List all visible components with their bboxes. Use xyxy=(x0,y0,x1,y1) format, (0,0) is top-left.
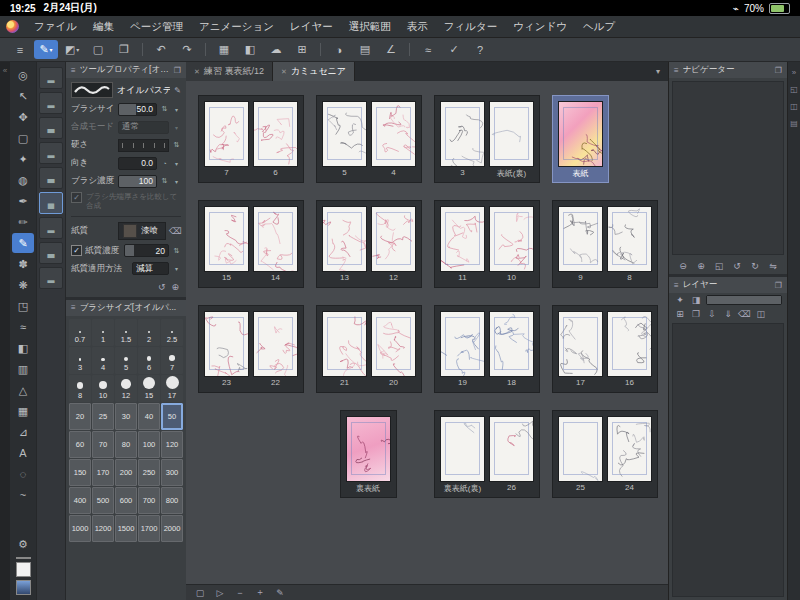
new-layer-icon[interactable]: ⊞ xyxy=(674,309,686,319)
zoom-in-icon[interactable]: ⊕ xyxy=(695,261,707,271)
texture-density-checkbox[interactable]: ✓ xyxy=(71,245,82,256)
blend-mode-select[interactable]: 通常 xyxy=(118,121,169,134)
brush-size-cell[interactable]: 600 xyxy=(115,487,137,514)
chevron-down-icon[interactable]: ▾ xyxy=(172,124,181,131)
register-brush-icon[interactable]: ✎ xyxy=(174,86,181,95)
eyedropper-tool-icon[interactable]: ◍ xyxy=(12,170,34,190)
zoom-in-icon[interactable]: ＋ xyxy=(254,586,266,599)
move-tool-icon[interactable]: ✥ xyxy=(12,107,34,127)
brush-size-cell[interactable]: 4 xyxy=(92,347,114,374)
texture-density-slider[interactable]: 20 xyxy=(124,244,169,257)
decoration-tool-icon[interactable]: ❋ xyxy=(12,275,34,295)
layer-list[interactable] xyxy=(672,323,784,597)
spread-card[interactable]: 1918 xyxy=(434,305,540,393)
snap-icon[interactable]: ∠ xyxy=(379,40,403,59)
brush-size-cell[interactable]: 60 xyxy=(69,431,91,458)
texture-apply-select[interactable]: 減算 xyxy=(132,262,169,275)
tip-blend-checkbox[interactable]: ✓ xyxy=(71,192,82,203)
selection-launcher-icon[interactable]: ▢ xyxy=(86,40,110,59)
brush-tool-icon[interactable]: ✎ xyxy=(12,233,34,253)
panel-menu-icon[interactable]: ≡ xyxy=(674,281,679,290)
blend-mode-icon[interactable]: ◨ xyxy=(690,295,702,305)
new-folder-icon[interactable]: ❐ xyxy=(690,309,702,319)
page-thumbnail[interactable] xyxy=(441,417,484,481)
page-thumbnail[interactable] xyxy=(372,102,415,166)
subtool-tile[interactable]: ▄ xyxy=(39,192,63,214)
brush-size-cell[interactable]: 20 xyxy=(69,403,91,430)
stepper-icon[interactable]: ⇅ xyxy=(172,141,181,149)
chevron-down-icon[interactable]: ▾ xyxy=(172,178,181,185)
spread-card[interactable]: 1312 xyxy=(316,200,422,288)
material-panel-icon[interactable]: ▤ xyxy=(788,119,800,128)
correct-line-tool-icon[interactable]: ~ xyxy=(12,485,34,505)
brush-size-cell[interactable]: 15 xyxy=(138,375,160,402)
navigator-preview[interactable] xyxy=(672,81,784,255)
canvas-view-icon[interactable]: ▢ xyxy=(194,588,206,598)
brush-size-cell[interactable]: 40 xyxy=(138,403,160,430)
direction-slider[interactable]: 0.0 xyxy=(118,157,157,170)
brush-size-cell[interactable]: 700 xyxy=(138,487,160,514)
menu-item[interactable]: フィルター xyxy=(436,18,505,36)
brush-size-cell[interactable]: 170 xyxy=(92,459,114,486)
brush-size-cell[interactable]: 1200 xyxy=(92,515,114,542)
merge-down-icon[interactable]: ⇓ xyxy=(722,309,734,319)
page-thumbnail[interactable] xyxy=(559,207,602,271)
brush-size-cell[interactable]: 100 xyxy=(138,431,160,458)
page-thumbnail[interactable] xyxy=(608,417,651,481)
page-thumbnail[interactable] xyxy=(323,207,366,271)
brush-size-cell[interactable]: 17 xyxy=(161,375,183,402)
brush-size-cell[interactable]: 8 xyxy=(69,375,91,402)
color-chip-icon[interactable]: ◩▾ xyxy=(60,40,84,59)
brush-size-cell[interactable]: 2000 xyxy=(161,515,183,542)
figure-tool-icon[interactable]: △ xyxy=(12,380,34,400)
subtool-tile[interactable]: ▂ xyxy=(39,67,63,89)
panel-menu-icon[interactable]: ≡ xyxy=(71,303,76,312)
brush-size-cell[interactable]: 250 xyxy=(138,459,160,486)
hardness-slider[interactable] xyxy=(118,139,169,152)
page-thumbnail[interactable] xyxy=(347,417,390,481)
chevron-down-icon[interactable]: ▾ xyxy=(648,62,668,81)
panel-menu-icon[interactable]: ≡ xyxy=(71,66,76,75)
spread-card[interactable]: 1716 xyxy=(552,305,658,393)
operation-tool-icon[interactable]: ↖ xyxy=(12,86,34,106)
redo-icon[interactable]: ↷ xyxy=(175,40,199,59)
eraser-tool-icon[interactable]: ◳ xyxy=(12,296,34,316)
spread-card[interactable]: 裏表紙(裏)26 xyxy=(434,410,540,498)
play-icon[interactable]: ▷ xyxy=(214,588,226,598)
zoom-tool-icon[interactable]: ◎ xyxy=(12,65,34,85)
brush-size-cell[interactable]: 150 xyxy=(69,459,91,486)
menu-item[interactable]: 選択範囲 xyxy=(341,18,399,36)
page-thumbnail[interactable] xyxy=(372,312,415,376)
fill-tool-icon[interactable]: ◧ xyxy=(12,338,34,358)
spread-card[interactable]: 1110 xyxy=(434,200,540,288)
open-file-icon[interactable]: ❐ xyxy=(112,40,136,59)
subtool-tile[interactable]: ▂ xyxy=(39,267,63,289)
main-menu-icon[interactable]: ≡ xyxy=(8,40,32,59)
page-thumbnail[interactable] xyxy=(490,312,533,376)
brush-size-cell[interactable]: 5 xyxy=(115,347,137,374)
brush-size-cell[interactable]: 2.5 xyxy=(161,319,183,346)
brush-size-cell[interactable]: 1700 xyxy=(138,515,160,542)
brush-size-cell[interactable]: 25 xyxy=(92,403,114,430)
stepper-icon[interactable]: ⇅ xyxy=(160,105,169,113)
layer-panel-icon[interactable]: ◫ xyxy=(788,102,800,111)
page-thumbnail[interactable] xyxy=(254,312,297,376)
brush-size-cell[interactable]: 300 xyxy=(161,459,183,486)
menu-item[interactable]: ページ管理 xyxy=(122,18,191,36)
page-thumbnail[interactable] xyxy=(490,102,533,166)
zoom-out-icon[interactable]: − xyxy=(234,588,246,598)
spread-card[interactable]: 2524 xyxy=(552,410,658,498)
transfer-down-icon[interactable]: ⇩ xyxy=(706,309,718,319)
brush-size-cell[interactable]: 400 xyxy=(69,487,91,514)
chevron-down-icon[interactable]: ▾ xyxy=(172,106,181,113)
spread-card[interactable]: 54 xyxy=(316,95,422,183)
register-settings-icon[interactable]: ⊕ xyxy=(171,282,179,292)
page-thumbnail[interactable] xyxy=(490,417,533,481)
page-thumbnail[interactable] xyxy=(559,102,602,166)
menu-item[interactable]: 編集 xyxy=(85,18,122,36)
chevron-down-icon[interactable]: ▾ xyxy=(172,160,181,167)
close-icon[interactable]: ✕ xyxy=(281,68,287,76)
rotate-left-icon[interactable]: ↺ xyxy=(731,261,743,271)
sub-color-swatch[interactable] xyxy=(16,562,31,577)
main-color-swatch[interactable] xyxy=(16,557,31,559)
